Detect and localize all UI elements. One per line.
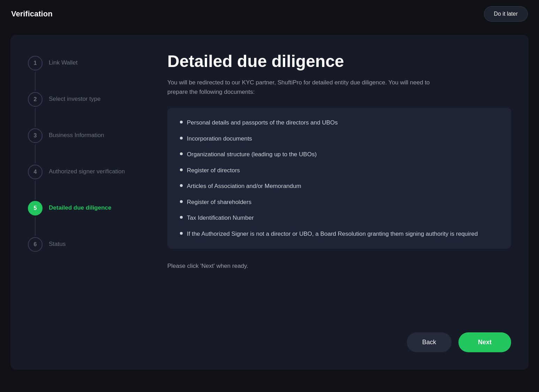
- bullet-icon: [180, 121, 183, 123]
- step-connector-2: 2: [28, 92, 43, 128]
- header: Verification Do it later: [0, 0, 539, 28]
- next-button[interactable]: Next: [458, 332, 511, 352]
- doc-text: Register of shareholders: [187, 198, 251, 207]
- step-circle-2: 2: [28, 92, 43, 107]
- step-connector-4: 4: [28, 165, 43, 201]
- action-buttons: Back Next: [167, 332, 511, 352]
- doc-item-5: Articles of Association and/or Memorandu…: [180, 182, 499, 191]
- step-circle-3: 3: [28, 128, 43, 143]
- documents-box: Personal details and passports of the di…: [167, 108, 511, 249]
- documents-list: Personal details and passports of the di…: [180, 118, 499, 238]
- back-button[interactable]: Back: [407, 332, 451, 352]
- doc-item-6: Register of shareholders: [180, 198, 499, 207]
- bullet-icon: [180, 184, 183, 187]
- page-title: Detailed due diligence: [167, 52, 511, 71]
- step-circle-5: 5: [28, 201, 43, 216]
- doc-text: Register of directors: [187, 166, 240, 175]
- do-it-later-button[interactable]: Do it later: [484, 6, 528, 22]
- step-label-6: Status: [49, 237, 66, 248]
- step-connector-1: 1: [28, 56, 43, 92]
- bullet-icon: [180, 232, 183, 235]
- step-item-2: 2Select investor type: [28, 92, 146, 128]
- bullet-icon: [180, 152, 183, 155]
- step-label-3: Business Information: [49, 128, 104, 139]
- step-label-1: Link Wallet: [49, 56, 78, 66]
- step-circle-1: 1: [28, 56, 43, 70]
- step-label-2: Select investor type: [49, 92, 100, 103]
- doc-item-7: Tax Identification Number: [180, 213, 499, 223]
- stepper: 1Link Wallet2Select investor type3Busine…: [28, 52, 146, 352]
- step-connector-5: 5: [28, 201, 43, 237]
- doc-text: Organizational structure (leading up to …: [187, 150, 317, 159]
- step-circle-6: 6: [28, 237, 43, 252]
- step-circle-4: 4: [28, 165, 43, 179]
- doc-item-4: Register of directors: [180, 166, 499, 175]
- bullet-icon: [180, 137, 183, 140]
- step-item-6: 6Status: [28, 237, 146, 252]
- bullet-icon: [180, 216, 183, 219]
- doc-item-2: Incorporation documents: [180, 134, 499, 143]
- step-label-5: Detailed due diligence: [49, 201, 112, 211]
- step-item-3: 3Business Information: [28, 128, 146, 165]
- step-line-3: [35, 144, 36, 163]
- step-item-4: 4Authorized signer verification: [28, 165, 146, 201]
- doc-item-1: Personal details and passports of the di…: [180, 118, 499, 127]
- step-line-5: [35, 217, 36, 236]
- doc-text: If the Authorized Signer is not a direct…: [187, 229, 478, 239]
- doc-text: Incorporation documents: [187, 134, 252, 143]
- step-line-1: [35, 72, 36, 91]
- doc-item-8: If the Authorized Signer is not a direct…: [180, 229, 499, 239]
- content-description: You will be redirected to our KYC partne…: [167, 78, 439, 97]
- step-line-4: [35, 181, 36, 199]
- step-line-2: [35, 108, 36, 127]
- doc-text: Tax Identification Number: [187, 213, 254, 223]
- bullet-icon: [180, 200, 183, 203]
- app-title: Verification: [11, 9, 53, 18]
- doc-text: Articles of Association and/or Memorandu…: [187, 182, 301, 191]
- step-item-5: 5Detailed due diligence: [28, 201, 146, 237]
- step-connector-6: 6: [28, 237, 43, 252]
- footer-text: Please click 'Next' when ready.: [167, 263, 511, 270]
- doc-text: Personal details and passports of the di…: [187, 118, 338, 127]
- bullet-icon: [180, 168, 183, 171]
- step-label-4: Authorized signer verification: [49, 165, 125, 175]
- step-item-1: 1Link Wallet: [28, 56, 146, 92]
- main-card: 1Link Wallet2Select investor type3Busine…: [10, 35, 529, 370]
- doc-item-3: Organizational structure (leading up to …: [180, 150, 499, 159]
- content-area: Detailed due diligence You will be redir…: [167, 52, 511, 352]
- step-connector-3: 3: [28, 128, 43, 165]
